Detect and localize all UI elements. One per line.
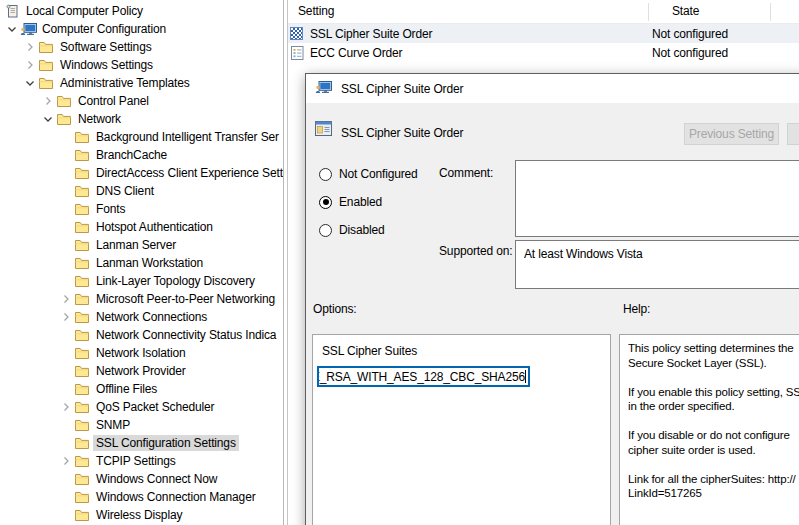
tree-item-label[interactable]: Network (75, 111, 124, 127)
tree-item-label[interactable]: Lanman Server (93, 237, 179, 253)
setting-state: Not configured (652, 27, 728, 41)
tree-item[interactable]: Lanman Workstation (0, 254, 283, 272)
previous-setting-button[interactable]: Previous Setting (684, 123, 779, 145)
chevron-collapsed-icon[interactable] (58, 399, 74, 415)
folder-icon (74, 489, 93, 505)
dialog-titlebar[interactable]: SSL Cipher Suite Order (306, 74, 799, 103)
setting-name[interactable]: SSL Cipher Suite Order (310, 27, 432, 41)
tree-item-label[interactable]: Windows Connect Now (93, 471, 220, 487)
chevron-collapsed-icon[interactable] (40, 93, 56, 109)
tree-item-label[interactable]: Link-Layer Topology Discovery (93, 273, 258, 289)
tree-item[interactable]: QoS Packet Scheduler (0, 398, 283, 416)
tree-item[interactable]: Wireless Display (0, 506, 283, 524)
chevron-collapsed-icon[interactable] (22, 57, 38, 73)
tree-item-label[interactable]: Microsoft Peer-to-Peer Networking (93, 291, 278, 307)
tree-item-label[interactable]: Wireless Display (93, 507, 185, 523)
chevron-expanded-icon[interactable] (40, 111, 56, 127)
tree-item-label[interactable]: DirectAccess Client Experience Sett (93, 165, 284, 181)
chevron-placeholder (58, 471, 74, 487)
tree-item[interactable]: Software Settings (0, 38, 283, 56)
tree-item[interactable]: Network Connectivity Status Indica (0, 326, 283, 344)
tree-item[interactable]: Fonts (0, 200, 283, 218)
tree-item[interactable]: DirectAccess Client Experience Sett (0, 164, 283, 182)
tree-item[interactable]: Windows Connect Now (0, 470, 283, 488)
tree-item[interactable]: TCPIP Settings (0, 452, 283, 470)
setting-row[interactable]: ECC Curve OrderNot configured (288, 43, 799, 62)
tree-item[interactable]: Lanman Server (0, 236, 283, 254)
help-line: If you enable this policy setting, SS (628, 385, 799, 400)
tree-item[interactable]: Computer Configuration (0, 20, 283, 38)
tree-item-label[interactable]: Background Intelligent Transfer Ser (93, 129, 282, 145)
tree-item[interactable]: Network Connections (0, 308, 283, 326)
tree-item[interactable]: Offline Files (0, 380, 283, 398)
radio-label: Enabled (339, 195, 382, 209)
chevron-collapsed-icon[interactable] (58, 291, 74, 307)
options-label: Options: (313, 302, 357, 316)
chevron-placeholder (58, 255, 74, 271)
tree-item[interactable]: BranchCache (0, 146, 283, 164)
tree-item-label[interactable]: BranchCache (93, 147, 170, 163)
column-header-state[interactable]: State (672, 4, 699, 18)
tree-item-label[interactable]: SSL Configuration Settings (93, 435, 239, 451)
tree-item[interactable]: Network Provider (0, 362, 283, 380)
tree-item-label[interactable]: SNMP (93, 417, 133, 433)
setting-name[interactable]: ECC Curve Order (310, 46, 402, 60)
next-setting-button[interactable] (787, 123, 799, 145)
chevron-expanded-icon[interactable] (22, 75, 38, 91)
tree-item[interactable]: Administrative Templates (0, 74, 283, 92)
tree-item[interactable]: DNS Client (0, 182, 283, 200)
setting-row[interactable]: SSL Cipher Suite OrderNot configured (288, 24, 799, 43)
dither-square-icon (290, 26, 306, 41)
tree-item-label[interactable]: DNS Client (93, 183, 157, 199)
tree-item[interactable]: SSL Configuration Settings (0, 434, 283, 452)
radio-circle-icon[interactable] (319, 168, 332, 181)
chevron-collapsed-icon[interactable] (22, 39, 38, 55)
tree-item-label[interactable]: QoS Packet Scheduler (93, 399, 217, 415)
radio-circle-icon[interactable] (319, 196, 332, 209)
tree-item[interactable]: Link-Layer Topology Discovery (0, 272, 283, 290)
tree-item[interactable]: Background Intelligent Transfer Ser (0, 128, 283, 146)
radio-enabled[interactable]: Enabled (319, 194, 382, 210)
tree-item[interactable]: Network (0, 110, 283, 128)
column-separator[interactable] (770, 3, 771, 21)
scroll-icon (4, 3, 23, 19)
radio-not-configured[interactable]: Not Configured (319, 166, 418, 182)
tree-item[interactable]: SNMP (0, 416, 283, 434)
tree-item-label[interactable]: Local Computer Policy (23, 3, 146, 19)
help-line: This policy setting determines the (628, 341, 799, 356)
column-header-setting[interactable]: Setting (298, 4, 334, 18)
radio-disabled[interactable]: Disabled (319, 222, 385, 238)
tree-item-label[interactable]: Network Provider (93, 363, 189, 379)
ssl-cipher-suites-input[interactable]: CDHE_RSA_WITH_AES_128_CBC_SHA256 (317, 366, 530, 387)
supported-on-label: Supported on: (439, 244, 512, 258)
tree-item-label[interactable]: Network Connectivity Status Indica (93, 327, 279, 343)
chevron-expanded-icon[interactable] (4, 21, 20, 37)
tree-item-label[interactable]: Windows Connection Manager (93, 489, 259, 505)
tree-item-label[interactable]: TCPIP Settings (93, 453, 179, 469)
chevron-placeholder (58, 345, 74, 361)
tree-item[interactable]: Hotspot Authentication (0, 218, 283, 236)
tree-item-label[interactable]: Lanman Workstation (93, 255, 206, 271)
tree-item[interactable]: Windows Settings (0, 56, 283, 74)
column-separator[interactable] (648, 3, 649, 21)
tree-item-label[interactable]: Windows Settings (57, 57, 156, 73)
chevron-collapsed-icon[interactable] (58, 453, 74, 469)
tree-item[interactable]: Local Computer Policy (0, 2, 283, 20)
folder-icon (74, 309, 93, 325)
tree-item-label[interactable]: Network Connections (93, 309, 210, 325)
tree-item-label[interactable]: Hotspot Authentication (93, 219, 216, 235)
radio-circle-icon[interactable] (319, 224, 332, 237)
tree-item-label[interactable]: Computer Configuration (39, 21, 169, 37)
tree-item[interactable]: Network Isolation (0, 344, 283, 362)
comment-input[interactable] (515, 160, 799, 237)
tree-item-label[interactable]: Fonts (93, 201, 128, 217)
tree-item-label[interactable]: Network Isolation (93, 345, 189, 361)
tree-item[interactable]: Windows Connection Manager (0, 488, 283, 506)
tree-item-label[interactable]: Offline Files (93, 381, 160, 397)
tree-item[interactable]: Control Panel (0, 92, 283, 110)
tree-item-label[interactable]: Administrative Templates (57, 75, 193, 91)
tree-item-label[interactable]: Control Panel (75, 93, 152, 109)
tree-item-label[interactable]: Software Settings (57, 39, 155, 55)
tree-item[interactable]: Microsoft Peer-to-Peer Networking (0, 290, 283, 308)
chevron-collapsed-icon[interactable] (58, 309, 74, 325)
